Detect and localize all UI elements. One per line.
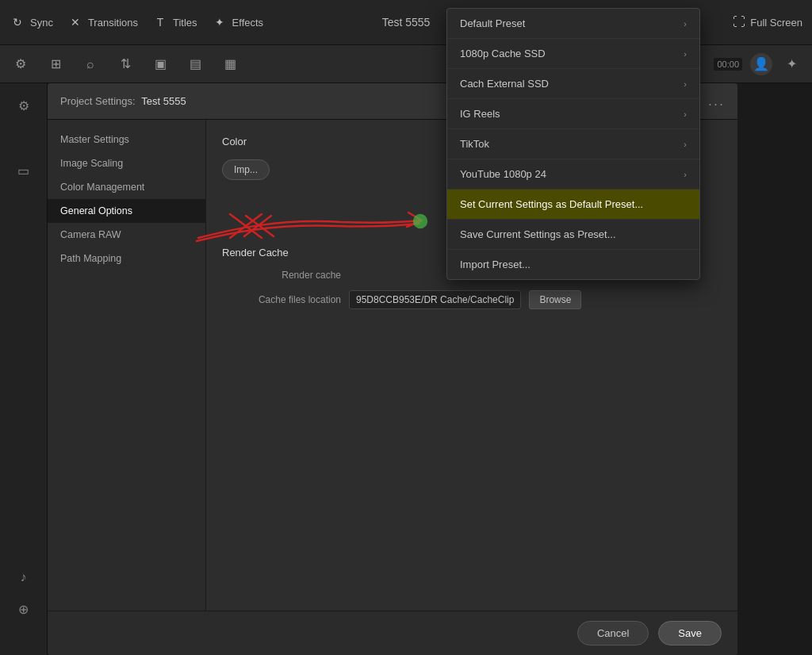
timecode-display: 00:00 [714, 58, 742, 71]
menu-item-label: Default Preset [460, 17, 525, 29]
nav-path-mapping[interactable]: Path Mapping [48, 247, 205, 270]
transitions-label: Transitions [88, 17, 138, 29]
toolbar-icon-filter[interactable]: ⇅ [114, 53, 136, 75]
chevron-right-icon: › [684, 49, 687, 59]
workspace-icon[interactable]: 👤 [750, 53, 772, 75]
sync-button[interactable]: ↻ Sync [10, 14, 53, 30]
dropdown-menu: Default Preset›1080p Cache SSD›Cach Exte… [446, 8, 700, 280]
menu-item-default-preset[interactable]: Default Preset› [447, 9, 699, 39]
menu-item-set-current-default[interactable]: Set Current Settings as Default Preset..… [447, 190, 699, 220]
import-button[interactable]: Imp... [222, 159, 270, 180]
titles-label: Titles [173, 17, 197, 29]
app-title: Test 5555 [382, 16, 431, 29]
chevron-right-icon: › [684, 19, 687, 29]
toolbar-icon-grid[interactable]: ⊞ [44, 53, 67, 75]
sidebar-media-icon[interactable]: ⚙ [10, 91, 38, 120]
menu-item-import-preset[interactable]: Import Preset... [447, 250, 699, 279]
menu-item-1080p-cache[interactable]: 1080p Cache SSD› [447, 39, 699, 69]
cancel-button[interactable]: Cancel [577, 621, 649, 645]
menu-item-label: YouTube 1080p 24 [460, 168, 546, 180]
browse-button[interactable]: Browse [529, 290, 581, 309]
menu-item-label: Import Preset... [460, 259, 530, 270]
chevron-right-icon: › [684, 109, 687, 119]
nav-color-management[interactable]: Color Management [48, 175, 205, 199]
chevron-right-icon: › [684, 79, 687, 89]
sparkle-icon[interactable]: ✦ [780, 53, 802, 75]
menu-item-label: 1080p Cache SSD [460, 48, 546, 59]
cache-files-label: Cache files location [222, 294, 341, 305]
sidebar-edit-icon[interactable]: ▭ [10, 156, 38, 185]
sync-icon: ↻ [10, 14, 25, 30]
panel-footer: Cancel Save [48, 611, 737, 655]
toolbar-icon-timeline[interactable]: ▤ [184, 53, 206, 75]
effects-icon: ✦ [212, 14, 228, 30]
color-section-title: Color [222, 136, 247, 147]
chevron-right-icon: › [684, 140, 687, 149]
panel-title: Project Settings: Test 5555 [60, 95, 186, 107]
effects-label: Effects [232, 17, 264, 29]
transitions-button[interactable]: ✕ Transitions [67, 14, 138, 30]
menu-item-label: Cach External SSD [460, 78, 549, 90]
left-sidebar: ⚙ ▭ ♪ ⊕ [0, 83, 48, 655]
render-cache-label: Render cache [222, 270, 341, 281]
menu-item-label: TikTok [460, 138, 489, 150]
menu-item-label: Save Current Settings as Preset... [460, 228, 616, 240]
menu-item-label: IG Reels [460, 108, 500, 120]
titles-button[interactable]: T Titles [152, 14, 197, 30]
cache-files-row: Cache files location 95D8CCB953E/DR Cach… [222, 290, 722, 309]
save-button[interactable]: Save [658, 621, 722, 645]
nav-image-scaling[interactable]: Image Scaling [48, 151, 205, 175]
sidebar-music-icon[interactable]: ♪ [10, 563, 38, 592]
sync-label: Sync [30, 17, 53, 29]
nav-general-options[interactable]: General Options [48, 199, 205, 223]
titles-icon: T [152, 14, 168, 30]
effects-button[interactable]: ✦ Effects [212, 14, 264, 30]
toolbar-icon-paint[interactable]: ⚙ [10, 53, 32, 75]
fullscreen-icon: ⛶ [733, 15, 745, 29]
chevron-right-icon: › [684, 170, 687, 179]
import-area: Imp... [222, 159, 270, 180]
sidebar-add-icon[interactable]: ⊕ [10, 595, 38, 623]
nav-master-settings[interactable]: Master Settings [48, 128, 205, 151]
fullscreen-label: Full Screen [750, 17, 802, 29]
menu-item-ig-reels[interactable]: IG Reels› [447, 99, 699, 129]
toolbar-icon-image[interactable]: ▣ [149, 53, 171, 75]
toolbar-icon-search[interactable]: ⌕ [79, 53, 102, 75]
fullscreen-button[interactable]: ⛶ Full Screen [733, 15, 802, 29]
transitions-icon: ✕ [67, 14, 83, 30]
panel-project-name: Test 5555 [141, 95, 186, 107]
cache-path-value: 95D8CCB953E/DR Cache/CacheClip [349, 290, 521, 309]
panel-more-button[interactable]: ... [708, 93, 725, 109]
menu-item-cach-external[interactable]: Cach External SSD› [447, 69, 699, 99]
panel-nav: Master Settings Image Scaling Color Mana… [48, 120, 206, 611]
menu-item-youtube[interactable]: YouTube 1080p 24› [447, 159, 699, 190]
menu-item-save-current[interactable]: Save Current Settings as Preset... [447, 220, 699, 250]
menu-item-tiktok[interactable]: TikTok› [447, 129, 699, 159]
nav-camera-raw[interactable]: Camera RAW [48, 223, 205, 247]
toolbar-icon-grid2[interactable]: ▦ [219, 53, 241, 75]
menu-item-label: Set Current Settings as Default Preset..… [460, 198, 643, 210]
